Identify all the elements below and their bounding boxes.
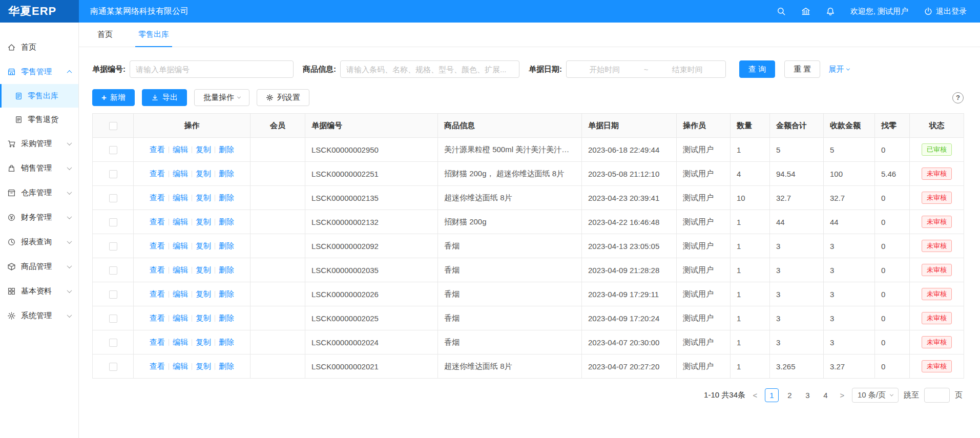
cell-product: 招财猫 200g [438,210,582,234]
sidebar-item-warehouse[interactable]: 仓库管理 [0,180,78,205]
jump-page-input[interactable] [924,388,950,403]
row-checkbox[interactable] [109,242,117,251]
sidebar-item-home[interactable]: 首页 [0,35,78,59]
row-checkbox[interactable] [109,339,117,347]
select-all-checkbox[interactable] [109,122,117,130]
row-action-view[interactable]: 查看 [150,217,165,226]
row-checkbox[interactable] [109,170,117,178]
row-action-view[interactable]: 查看 [150,314,165,322]
add-button[interactable]: + 新增 [92,89,135,106]
cell-qty: 1 [731,258,770,282]
sidebar-item-purchase[interactable]: 采购管理 [0,131,78,156]
row-action-edit[interactable]: 编辑 [173,241,188,250]
row-action-copy[interactable]: 复制 [196,289,211,298]
row-action-view[interactable]: 查看 [150,289,165,298]
row-action-delete[interactable]: 删除 [219,289,234,298]
help-icon[interactable]: ? [952,92,964,103]
row-action-view[interactable]: 查看 [150,265,165,274]
row-action-edit[interactable]: 编辑 [173,314,188,322]
row-checkbox[interactable] [109,266,117,275]
row-action-copy[interactable]: 复制 [196,169,211,178]
row-action-view[interactable]: 查看 [150,362,165,370]
sidebar-item-retail-return[interactable]: 零售退货 [0,108,78,131]
row-action-delete[interactable]: 删除 [219,217,234,226]
next-page-button[interactable]: > [838,391,847,400]
row-action-copy[interactable]: 复制 [196,241,211,250]
row-action-copy[interactable]: 复制 [196,217,211,226]
export-button[interactable]: 导出 [142,89,187,106]
row-action-delete[interactable]: 删除 [219,193,234,202]
page-button-3[interactable]: 3 [801,388,815,402]
row-action-copy[interactable]: 复制 [196,314,211,322]
bill-no-input[interactable] [130,60,294,78]
row-action-delete[interactable]: 删除 [219,338,234,346]
start-date-input[interactable] [567,61,643,77]
pagination-total: 1-10 共34条 [704,390,745,400]
row-checkbox[interactable] [109,290,117,299]
page-button-4[interactable]: 4 [819,388,832,402]
row-action-copy[interactable]: 复制 [196,145,211,154]
date-range-picker[interactable]: ~ [566,60,726,78]
search-button[interactable]: 查 询 [739,60,775,78]
logout-button[interactable]: 退出登录 [924,7,967,16]
row-action-copy[interactable]: 复制 [196,362,211,370]
row-action-copy[interactable]: 复制 [196,265,211,274]
welcome-user[interactable]: 欢迎您, 测试用户 [850,7,908,16]
sidebar-item-sales[interactable]: 销售管理 [0,156,78,180]
row-checkbox[interactable] [109,363,117,371]
tab-retail-outbound[interactable]: 零售出库 [135,23,172,47]
end-date-input[interactable] [649,61,725,77]
row-action-copy[interactable]: 复制 [196,193,211,202]
row-action-edit[interactable]: 编辑 [173,193,188,202]
row-action-copy[interactable]: 复制 [196,338,211,346]
row-action-edit[interactable]: 编辑 [173,338,188,346]
batch-operations-button[interactable]: 批量操作 [194,89,249,106]
tab-home[interactable]: 首页 [94,23,116,47]
product-info-input[interactable] [340,60,519,78]
row-action-edit[interactable]: 编辑 [173,289,188,298]
action-separator [192,339,192,346]
row-action-edit[interactable]: 编辑 [173,145,188,154]
sidebar-item-retail[interactable]: 零售管理 [0,59,78,84]
row-action-edit[interactable]: 编辑 [173,217,188,226]
sidebar-item-retail-outbound[interactable]: 零售出库 [0,84,78,108]
row-checkbox[interactable] [109,194,117,202]
sidebar-item-system[interactable]: 系统管理 [0,303,78,328]
row-action-delete[interactable]: 删除 [219,169,234,178]
sidebar-item-finance[interactable]: 财务管理 [0,205,78,230]
row-action-edit[interactable]: 编辑 [173,169,188,178]
row-action-delete[interactable]: 删除 [219,314,234,322]
row-action-edit[interactable]: 编辑 [173,362,188,370]
row-action-delete[interactable]: 删除 [219,145,234,154]
row-action-view[interactable]: 查看 [150,241,165,250]
bell-icon[interactable] [826,7,835,16]
sidebar-item-reports[interactable]: 报表查询 [0,230,78,254]
row-action-view[interactable]: 查看 [150,193,165,202]
row-action-delete[interactable]: 删除 [219,241,234,250]
row-checkbox[interactable] [109,146,117,154]
sales-icon [7,164,16,173]
row-action-view[interactable]: 查看 [150,338,165,346]
row-action-view[interactable]: 查看 [150,145,165,154]
chevron-down-icon [68,240,71,244]
page-size-select[interactable]: 10 条/页 [852,388,899,403]
sidebar-item-basic-data[interactable]: 基本资料 [0,279,78,303]
search-icon[interactable] [777,7,786,16]
prev-page-button[interactable]: < [750,391,760,400]
row-checkbox[interactable] [109,315,117,323]
column-settings-button[interactable]: 列设置 [257,89,309,106]
bank-icon[interactable] [801,7,810,16]
expand-link[interactable]: 展开 [828,65,849,74]
cell-total: 3 [770,234,824,258]
row-checkbox[interactable] [109,218,117,226]
row-action-delete[interactable]: 删除 [219,362,234,370]
chevron-down-icon [68,142,71,145]
row-action-edit[interactable]: 编辑 [173,265,188,274]
row-action-view[interactable]: 查看 [150,169,165,178]
cell-received: 100 [824,162,875,186]
sidebar-item-products[interactable]: 商品管理 [0,254,78,279]
row-action-delete[interactable]: 删除 [219,265,234,274]
page-button-2[interactable]: 2 [783,388,797,402]
page-button-1[interactable]: 1 [765,388,779,402]
reset-button[interactable]: 重 置 [784,60,820,78]
